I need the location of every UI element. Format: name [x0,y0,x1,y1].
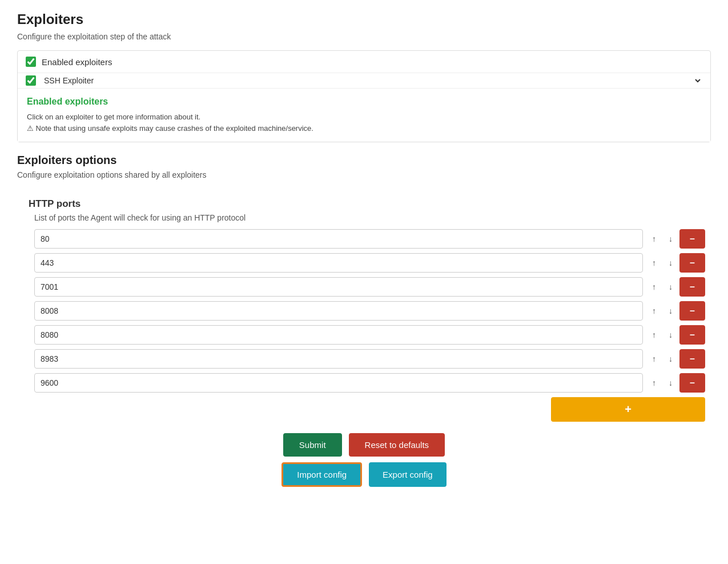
port-row: ↑ ↓ – [34,325,705,345]
ssh-exploiter-row: SSH Exploiter [18,73,710,89]
port-up-9600[interactable]: ↑ [647,376,661,390]
port-remove-8080[interactable]: – [679,325,705,345]
port-input-8983[interactable] [34,349,643,369]
http-ports-description: List of ports the Agent will check for u… [34,213,711,222]
exploiters-options-title: Exploiters options [17,154,711,167]
enabled-exploiters-checkbox[interactable] [26,57,36,67]
port-row: ↑ ↓ – [34,229,705,249]
enabled-exploiters-card: Enabled exploiters SSH Exploiter Enabled… [17,50,711,142]
port-row: ↑ ↓ – [34,301,705,321]
port-remove-7001[interactable]: – [679,277,705,297]
port-controls-7001: ↑ ↓ [647,280,677,294]
port-up-8983[interactable]: ↑ [647,352,661,366]
import-config-button[interactable]: Import config [281,462,362,487]
port-remove-8983[interactable]: – [679,349,705,369]
info-warning: ⚠ Note that using unsafe exploits may ca… [27,123,701,134]
exploiters-options-subtitle: Configure exploitation options shared by… [17,170,711,179]
export-config-button[interactable]: Export config [369,462,447,487]
submit-button[interactable]: Submit [283,433,342,457]
port-up-8080[interactable]: ↑ [647,328,661,342]
http-ports-title: HTTP ports [29,198,711,210]
port-remove-443[interactable]: – [679,253,705,273]
port-row: ↑ ↓ – [34,373,705,393]
info-box: Enabled exploiters Click on an exploiter… [18,89,710,142]
port-remove-80[interactable]: – [679,229,705,249]
ssh-exploiter-checkbox[interactable] [26,75,36,86]
port-remove-8008[interactable]: – [679,301,705,321]
enabled-exploiters-label: Enabled exploiters [42,57,112,67]
port-list: ↑ ↓ – ↑ ↓ – ↑ ↓ – ↑ ↓ – ↑ ↓ – [34,229,705,393]
ssh-exploiter-select[interactable]: SSH Exploiter [42,75,702,86]
action-buttons: Submit Reset to defaults [17,433,711,457]
port-down-9600[interactable]: ↓ [664,376,677,390]
port-input-8080[interactable] [34,325,643,345]
info-title: Enabled exploiters [27,97,701,107]
port-down-8983[interactable]: ↓ [664,352,677,366]
port-up-8008[interactable]: ↑ [647,304,661,318]
port-row: ↑ ↓ – [34,253,705,273]
add-port-row: + [17,397,705,422]
port-row: ↑ ↓ – [34,277,705,297]
port-row: ↑ ↓ – [34,349,705,369]
port-up-443[interactable]: ↑ [647,256,661,270]
port-down-80[interactable]: ↓ [664,232,677,246]
port-input-7001[interactable] [34,277,643,297]
page-subtitle: Configure the exploitation step of the a… [17,32,711,41]
page-title: Exploiters [17,11,711,27]
port-remove-9600[interactable]: – [679,373,705,393]
port-controls-8983: ↑ ↓ [647,352,677,366]
enabled-exploiters-row: Enabled exploiters [18,51,710,73]
port-down-443[interactable]: ↓ [664,256,677,270]
port-controls-8008: ↑ ↓ [647,304,677,318]
port-up-80[interactable]: ↑ [647,232,661,246]
port-controls-9600: ↑ ↓ [647,376,677,390]
port-controls-80: ↑ ↓ [647,232,677,246]
port-down-8080[interactable]: ↓ [664,328,677,342]
port-controls-443: ↑ ↓ [647,256,677,270]
port-input-80[interactable] [34,229,643,249]
info-text1: Click on an exploiter to get more inform… [27,111,701,123]
port-down-8008[interactable]: ↓ [664,304,677,318]
port-input-443[interactable] [34,253,643,273]
port-controls-8080: ↑ ↓ [647,328,677,342]
port-down-7001[interactable]: ↓ [664,280,677,294]
port-input-8008[interactable] [34,301,643,321]
reset-button[interactable]: Reset to defaults [349,433,445,457]
port-up-7001[interactable]: ↑ [647,280,661,294]
port-input-9600[interactable] [34,373,643,393]
secondary-buttons: Import config Export config [17,462,711,487]
add-port-button[interactable]: + [551,397,705,422]
